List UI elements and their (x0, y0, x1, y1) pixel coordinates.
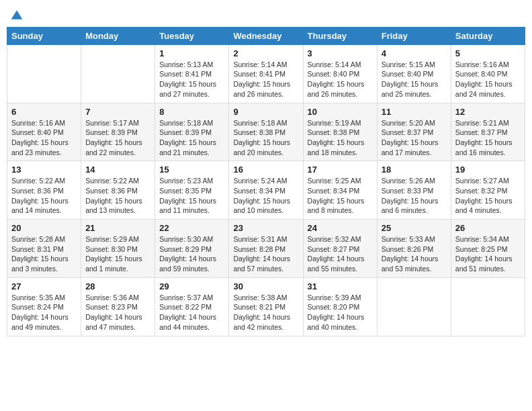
day-number: 15 (159, 165, 224, 175)
column-header-wednesday: Wednesday (229, 27, 303, 44)
day-number: 14 (85, 165, 150, 175)
day-number: 28 (85, 281, 150, 291)
calendar-cell: 21Sunrise: 5:29 AM Sunset: 8:30 PM Dayli… (81, 220, 155, 278)
day-info: Sunrise: 5:26 AM Sunset: 8:33 PM Dayligh… (382, 176, 447, 216)
calendar-cell: 15Sunrise: 5:23 AM Sunset: 8:35 PM Dayli… (155, 161, 229, 220)
calendar-cell: 22Sunrise: 5:30 AM Sunset: 8:29 PM Dayli… (155, 220, 229, 278)
day-number: 11 (382, 107, 447, 117)
calendar-cell: 31Sunrise: 5:39 AM Sunset: 8:20 PM Dayli… (303, 277, 377, 336)
day-info: Sunrise: 5:31 AM Sunset: 8:28 PM Dayligh… (233, 234, 298, 274)
calendar-week-row: 27Sunrise: 5:35 AM Sunset: 8:24 PM Dayli… (7, 277, 525, 336)
day-number: 16 (233, 165, 298, 175)
calendar-cell: 7Sunrise: 5:17 AM Sunset: 8:39 PM Daylig… (81, 103, 155, 161)
column-header-friday: Friday (377, 27, 451, 44)
day-number: 5 (455, 48, 521, 58)
day-number: 23 (233, 223, 298, 233)
day-number: 24 (308, 223, 373, 233)
calendar-cell: 19Sunrise: 5:27 AM Sunset: 8:32 PM Dayli… (451, 161, 525, 220)
day-number: 17 (308, 165, 373, 175)
day-info: Sunrise: 5:13 AM Sunset: 8:41 PM Dayligh… (159, 60, 224, 99)
day-number: 25 (382, 223, 447, 233)
day-number: 20 (11, 223, 77, 233)
calendar-cell: 11Sunrise: 5:20 AM Sunset: 8:37 PM Dayli… (377, 103, 451, 161)
day-number: 3 (308, 48, 373, 58)
day-number: 30 (233, 281, 298, 291)
day-info: Sunrise: 5:34 AM Sunset: 8:25 PM Dayligh… (455, 234, 521, 274)
calendar-cell: 25Sunrise: 5:33 AM Sunset: 8:26 PM Dayli… (377, 220, 451, 278)
day-number: 27 (11, 281, 77, 291)
day-info: Sunrise: 5:36 AM Sunset: 8:23 PM Dayligh… (85, 293, 150, 332)
calendar-cell (451, 277, 525, 336)
logo-icon (10, 8, 24, 21)
calendar-week-row: 1Sunrise: 5:13 AM Sunset: 8:41 PM Daylig… (7, 44, 525, 103)
day-info: Sunrise: 5:35 AM Sunset: 8:24 PM Dayligh… (11, 293, 77, 332)
day-info: Sunrise: 5:38 AM Sunset: 8:21 PM Dayligh… (233, 293, 298, 332)
logo-text (9, 7, 24, 21)
day-info: Sunrise: 5:17 AM Sunset: 8:39 PM Dayligh… (85, 118, 150, 158)
day-number: 1 (159, 48, 224, 58)
day-info: Sunrise: 5:16 AM Sunset: 8:40 PM Dayligh… (11, 118, 77, 158)
day-info: Sunrise: 5:22 AM Sunset: 8:36 PM Dayligh… (11, 176, 77, 216)
day-number: 26 (455, 223, 521, 233)
calendar-cell: 14Sunrise: 5:22 AM Sunset: 8:36 PM Dayli… (81, 161, 155, 220)
calendar-cell: 8Sunrise: 5:18 AM Sunset: 8:39 PM Daylig… (155, 103, 229, 161)
day-info: Sunrise: 5:27 AM Sunset: 8:32 PM Dayligh… (455, 176, 521, 216)
day-info: Sunrise: 5:39 AM Sunset: 8:20 PM Dayligh… (308, 293, 373, 332)
calendar-cell (81, 44, 155, 103)
calendar-cell: 6Sunrise: 5:16 AM Sunset: 8:40 PM Daylig… (7, 103, 81, 161)
column-header-sunday: Sunday (7, 27, 81, 44)
day-number: 31 (308, 281, 373, 291)
day-info: Sunrise: 5:16 AM Sunset: 8:40 PM Dayligh… (455, 60, 521, 99)
day-info: Sunrise: 5:15 AM Sunset: 8:40 PM Dayligh… (382, 60, 447, 99)
calendar-cell: 30Sunrise: 5:38 AM Sunset: 8:21 PM Dayli… (229, 277, 303, 336)
day-number: 22 (159, 223, 224, 233)
day-number: 29 (159, 281, 224, 291)
calendar-cell: 28Sunrise: 5:36 AM Sunset: 8:23 PM Dayli… (81, 277, 155, 336)
calendar-cell: 1Sunrise: 5:13 AM Sunset: 8:41 PM Daylig… (155, 44, 229, 103)
calendar-cell: 16Sunrise: 5:24 AM Sunset: 8:34 PM Dayli… (229, 161, 303, 220)
calendar-cell (7, 44, 81, 103)
day-number: 13 (11, 165, 77, 175)
calendar-cell (377, 277, 451, 336)
calendar-cell: 26Sunrise: 5:34 AM Sunset: 8:25 PM Dayli… (451, 220, 525, 278)
day-info: Sunrise: 5:18 AM Sunset: 8:38 PM Dayligh… (233, 118, 298, 158)
day-number: 19 (455, 165, 521, 175)
day-info: Sunrise: 5:33 AM Sunset: 8:26 PM Dayligh… (382, 234, 447, 274)
logo (9, 7, 24, 21)
column-header-saturday: Saturday (451, 27, 525, 44)
day-info: Sunrise: 5:30 AM Sunset: 8:29 PM Dayligh… (159, 234, 224, 274)
calendar-cell: 27Sunrise: 5:35 AM Sunset: 8:24 PM Dayli… (7, 277, 81, 336)
calendar-header-row: SundayMondayTuesdayWednesdayThursdayFrid… (7, 27, 525, 44)
calendar-cell: 10Sunrise: 5:19 AM Sunset: 8:38 PM Dayli… (303, 103, 377, 161)
day-info: Sunrise: 5:14 AM Sunset: 8:40 PM Dayligh… (308, 60, 373, 99)
day-number: 9 (233, 107, 298, 117)
calendar-cell: 20Sunrise: 5:28 AM Sunset: 8:31 PM Dayli… (7, 220, 81, 278)
day-info: Sunrise: 5:21 AM Sunset: 8:37 PM Dayligh… (455, 118, 521, 158)
day-number: 18 (382, 165, 447, 175)
calendar-cell: 13Sunrise: 5:22 AM Sunset: 8:36 PM Dayli… (7, 161, 81, 220)
day-info: Sunrise: 5:14 AM Sunset: 8:41 PM Dayligh… (233, 60, 298, 99)
calendar-cell: 2Sunrise: 5:14 AM Sunset: 8:41 PM Daylig… (229, 44, 303, 103)
day-number: 10 (308, 107, 373, 117)
calendar-cell: 24Sunrise: 5:32 AM Sunset: 8:27 PM Dayli… (303, 220, 377, 278)
day-info: Sunrise: 5:18 AM Sunset: 8:39 PM Dayligh… (159, 118, 224, 158)
calendar-cell: 29Sunrise: 5:37 AM Sunset: 8:22 PM Dayli… (155, 277, 229, 336)
calendar-cell: 5Sunrise: 5:16 AM Sunset: 8:40 PM Daylig… (451, 44, 525, 103)
day-number: 2 (233, 48, 298, 58)
calendar-cell: 17Sunrise: 5:25 AM Sunset: 8:34 PM Dayli… (303, 161, 377, 220)
calendar-cell: 3Sunrise: 5:14 AM Sunset: 8:40 PM Daylig… (303, 44, 377, 103)
calendar-week-row: 6Sunrise: 5:16 AM Sunset: 8:40 PM Daylig… (7, 103, 525, 161)
day-number: 21 (85, 223, 150, 233)
day-number: 6 (11, 107, 77, 117)
day-info: Sunrise: 5:19 AM Sunset: 8:38 PM Dayligh… (308, 118, 373, 158)
day-info: Sunrise: 5:32 AM Sunset: 8:27 PM Dayligh… (308, 234, 373, 274)
day-info: Sunrise: 5:25 AM Sunset: 8:34 PM Dayligh… (308, 176, 373, 216)
day-info: Sunrise: 5:22 AM Sunset: 8:36 PM Dayligh… (85, 176, 150, 216)
calendar-cell: 9Sunrise: 5:18 AM Sunset: 8:38 PM Daylig… (229, 103, 303, 161)
day-info: Sunrise: 5:28 AM Sunset: 8:31 PM Dayligh… (11, 234, 77, 274)
calendar-week-row: 13Sunrise: 5:22 AM Sunset: 8:36 PM Dayli… (7, 161, 525, 220)
day-info: Sunrise: 5:20 AM Sunset: 8:37 PM Dayligh… (382, 118, 447, 158)
day-info: Sunrise: 5:24 AM Sunset: 8:34 PM Dayligh… (233, 176, 298, 216)
day-info: Sunrise: 5:29 AM Sunset: 8:30 PM Dayligh… (85, 234, 150, 274)
calendar-cell: 12Sunrise: 5:21 AM Sunset: 8:37 PM Dayli… (451, 103, 525, 161)
